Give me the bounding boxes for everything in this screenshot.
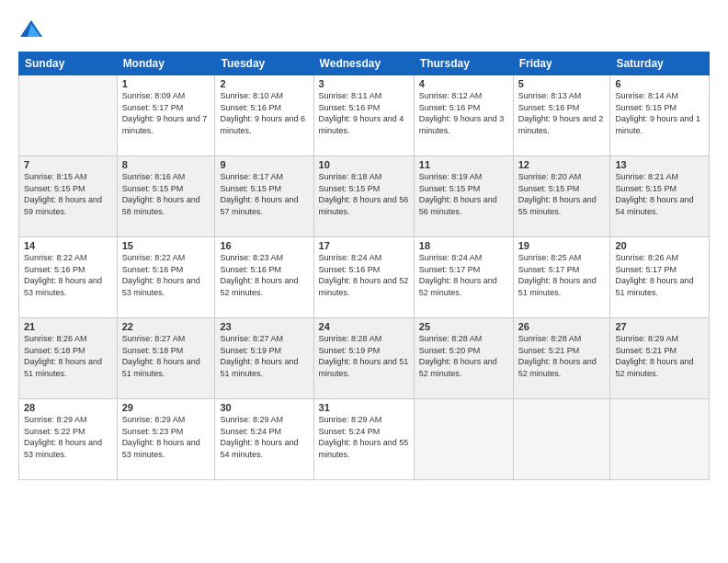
day-info: Sunrise: 8:10 AMSunset: 5:16 PMDaylight:…	[220, 90, 308, 136]
day-number: 6	[615, 78, 704, 89]
calendar-cell: 17Sunrise: 8:24 AMSunset: 5:16 PMDayligh…	[313, 237, 414, 318]
calendar-cell: 19Sunrise: 8:25 AMSunset: 5:17 PMDayligh…	[513, 237, 610, 318]
day-number: 7	[24, 159, 112, 170]
day-number: 4	[419, 78, 508, 89]
calendar-table: SundayMondayTuesdayWednesdayThursdayFrid…	[18, 52, 710, 480]
day-number: 17	[319, 240, 409, 251]
calendar-cell: 14Sunrise: 8:22 AMSunset: 5:16 PMDayligh…	[19, 237, 118, 318]
day-number: 20	[615, 240, 704, 251]
calendar-cell: 11Sunrise: 8:19 AMSunset: 5:15 PMDayligh…	[414, 156, 513, 237]
day-number: 29	[122, 402, 210, 413]
calendar-cell	[513, 399, 610, 480]
day-number: 26	[518, 321, 606, 332]
calendar-cell: 29Sunrise: 8:29 AMSunset: 5:23 PMDayligh…	[117, 399, 215, 480]
day-info: Sunrise: 8:29 AMSunset: 5:23 PMDaylight:…	[122, 414, 210, 460]
day-header-tuesday: Tuesday	[215, 52, 313, 75]
calendar-week-row: 21Sunrise: 8:26 AMSunset: 5:18 PMDayligh…	[19, 318, 710, 399]
header	[18, 17, 710, 42]
day-header-thursday: Thursday	[414, 52, 513, 75]
day-info: Sunrise: 8:26 AMSunset: 5:18 PMDaylight:…	[24, 333, 112, 379]
day-info: Sunrise: 8:09 AMSunset: 5:17 PMDaylight:…	[122, 90, 210, 136]
calendar-cell: 23Sunrise: 8:27 AMSunset: 5:19 PMDayligh…	[215, 318, 313, 399]
day-info: Sunrise: 8:21 AMSunset: 5:15 PMDaylight:…	[615, 171, 704, 217]
day-number: 25	[419, 321, 508, 332]
calendar-cell: 4Sunrise: 8:12 AMSunset: 5:16 PMDaylight…	[414, 75, 513, 156]
calendar-cell: 25Sunrise: 8:28 AMSunset: 5:20 PMDayligh…	[414, 318, 513, 399]
calendar-cell: 7Sunrise: 8:15 AMSunset: 5:15 PMDaylight…	[19, 156, 118, 237]
day-info: Sunrise: 8:22 AMSunset: 5:16 PMDaylight:…	[24, 252, 112, 298]
day-info: Sunrise: 8:22 AMSunset: 5:16 PMDaylight:…	[122, 252, 210, 298]
calendar-cell: 15Sunrise: 8:22 AMSunset: 5:16 PMDayligh…	[117, 237, 215, 318]
day-number: 10	[319, 159, 409, 170]
calendar-cell: 24Sunrise: 8:28 AMSunset: 5:19 PMDayligh…	[313, 318, 414, 399]
day-info: Sunrise: 8:29 AMSunset: 5:24 PMDaylight:…	[319, 414, 409, 460]
day-number: 22	[122, 321, 210, 332]
calendar-cell: 27Sunrise: 8:29 AMSunset: 5:21 PMDayligh…	[610, 318, 710, 399]
day-info: Sunrise: 8:11 AMSunset: 5:16 PMDaylight:…	[319, 90, 409, 136]
day-number: 2	[220, 78, 308, 89]
day-header-wednesday: Wednesday	[313, 52, 414, 75]
day-header-sunday: Sunday	[19, 52, 118, 75]
day-info: Sunrise: 8:25 AMSunset: 5:17 PMDaylight:…	[518, 252, 606, 298]
day-info: Sunrise: 8:29 AMSunset: 5:21 PMDaylight:…	[615, 333, 704, 379]
day-number: 28	[24, 402, 112, 413]
day-info: Sunrise: 8:29 AMSunset: 5:22 PMDaylight:…	[24, 414, 112, 460]
calendar-cell: 18Sunrise: 8:24 AMSunset: 5:17 PMDayligh…	[414, 237, 513, 318]
logo	[18, 17, 48, 42]
calendar-cell: 3Sunrise: 8:11 AMSunset: 5:16 PMDaylight…	[313, 75, 414, 156]
logo-icon	[18, 17, 44, 42]
day-info: Sunrise: 8:28 AMSunset: 5:20 PMDaylight:…	[419, 333, 508, 379]
day-info: Sunrise: 8:20 AMSunset: 5:15 PMDaylight:…	[518, 171, 606, 217]
day-info: Sunrise: 8:16 AMSunset: 5:15 PMDaylight:…	[122, 171, 210, 217]
calendar-cell: 26Sunrise: 8:28 AMSunset: 5:21 PMDayligh…	[513, 318, 610, 399]
calendar-week-row: 1Sunrise: 8:09 AMSunset: 5:17 PMDaylight…	[19, 75, 710, 156]
calendar-cell	[19, 75, 118, 156]
page: SundayMondayTuesdayWednesdayThursdayFrid…	[0, 0, 728, 563]
day-number: 27	[615, 321, 704, 332]
calendar-cell: 1Sunrise: 8:09 AMSunset: 5:17 PMDaylight…	[117, 75, 215, 156]
day-info: Sunrise: 8:27 AMSunset: 5:18 PMDaylight:…	[122, 333, 210, 379]
day-number: 16	[220, 240, 308, 251]
day-info: Sunrise: 8:19 AMSunset: 5:15 PMDaylight:…	[419, 171, 508, 217]
day-number: 31	[319, 402, 409, 413]
calendar-cell	[610, 399, 710, 480]
day-info: Sunrise: 8:14 AMSunset: 5:15 PMDaylight:…	[615, 90, 704, 136]
day-number: 30	[220, 402, 308, 413]
day-number: 18	[419, 240, 508, 251]
day-info: Sunrise: 8:27 AMSunset: 5:19 PMDaylight:…	[220, 333, 308, 379]
calendar-cell	[414, 399, 513, 480]
calendar-cell: 12Sunrise: 8:20 AMSunset: 5:15 PMDayligh…	[513, 156, 610, 237]
calendar-week-row: 7Sunrise: 8:15 AMSunset: 5:15 PMDaylight…	[19, 156, 710, 237]
calendar-cell: 2Sunrise: 8:10 AMSunset: 5:16 PMDaylight…	[215, 75, 313, 156]
calendar-cell: 22Sunrise: 8:27 AMSunset: 5:18 PMDayligh…	[117, 318, 215, 399]
day-number: 14	[24, 240, 112, 251]
day-info: Sunrise: 8:28 AMSunset: 5:19 PMDaylight:…	[319, 333, 409, 379]
day-info: Sunrise: 8:28 AMSunset: 5:21 PMDaylight:…	[518, 333, 606, 379]
day-info: Sunrise: 8:29 AMSunset: 5:24 PMDaylight:…	[220, 414, 308, 460]
calendar-cell: 30Sunrise: 8:29 AMSunset: 5:24 PMDayligh…	[215, 399, 313, 480]
calendar-week-row: 14Sunrise: 8:22 AMSunset: 5:16 PMDayligh…	[19, 237, 710, 318]
day-number: 23	[220, 321, 308, 332]
calendar-cell: 21Sunrise: 8:26 AMSunset: 5:18 PMDayligh…	[19, 318, 118, 399]
day-info: Sunrise: 8:15 AMSunset: 5:15 PMDaylight:…	[24, 171, 112, 217]
day-number: 24	[319, 321, 409, 332]
calendar-cell: 10Sunrise: 8:18 AMSunset: 5:15 PMDayligh…	[313, 156, 414, 237]
day-header-saturday: Saturday	[610, 52, 710, 75]
day-info: Sunrise: 8:24 AMSunset: 5:16 PMDaylight:…	[319, 252, 409, 298]
calendar-header-row: SundayMondayTuesdayWednesdayThursdayFrid…	[19, 52, 710, 75]
calendar-cell: 20Sunrise: 8:26 AMSunset: 5:17 PMDayligh…	[610, 237, 710, 318]
calendar-cell: 5Sunrise: 8:13 AMSunset: 5:16 PMDaylight…	[513, 75, 610, 156]
day-header-monday: Monday	[117, 52, 215, 75]
day-info: Sunrise: 8:23 AMSunset: 5:16 PMDaylight:…	[220, 252, 308, 298]
day-number: 19	[518, 240, 606, 251]
day-info: Sunrise: 8:12 AMSunset: 5:16 PMDaylight:…	[419, 90, 508, 136]
day-info: Sunrise: 8:26 AMSunset: 5:17 PMDaylight:…	[615, 252, 704, 298]
day-number: 8	[122, 159, 210, 170]
day-number: 11	[419, 159, 508, 170]
day-number: 3	[319, 78, 409, 89]
calendar-cell: 9Sunrise: 8:17 AMSunset: 5:15 PMDaylight…	[215, 156, 313, 237]
day-info: Sunrise: 8:13 AMSunset: 5:16 PMDaylight:…	[518, 90, 606, 136]
day-number: 13	[615, 159, 704, 170]
calendar-week-row: 28Sunrise: 8:29 AMSunset: 5:22 PMDayligh…	[19, 399, 710, 480]
calendar-cell: 6Sunrise: 8:14 AMSunset: 5:15 PMDaylight…	[610, 75, 710, 156]
